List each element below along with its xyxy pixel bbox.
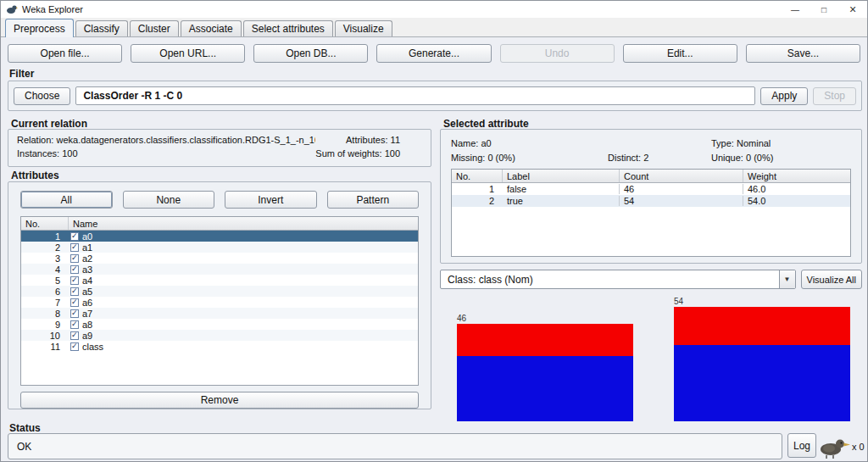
invert-button[interactable]: Invert bbox=[225, 191, 317, 209]
values-table-header: No. Label Count Weight bbox=[452, 170, 850, 183]
minimize-button[interactable]: — bbox=[781, 1, 810, 18]
attributes-table-header: No. Name bbox=[21, 217, 418, 231]
tab-cluster[interactable]: Cluster bbox=[130, 20, 179, 36]
stop-button[interactable]: Stop bbox=[813, 87, 856, 105]
value-row-false[interactable]: 1 false 46 46.0 bbox=[452, 183, 850, 195]
attribute-row-a5[interactable]: 6a5 bbox=[21, 286, 418, 297]
instances-label: Instances: bbox=[17, 148, 59, 159]
filter-config-field[interactable]: ClassOrder -R 1 -C 0 bbox=[75, 86, 755, 105]
tab-visualize[interactable]: Visualize bbox=[335, 20, 392, 36]
tab-classify[interactable]: Classify bbox=[75, 20, 128, 36]
class-distribution-chart: 46 54 bbox=[440, 292, 862, 421]
checkbox-checked-icon[interactable] bbox=[70, 331, 79, 340]
all-button[interactable]: All bbox=[20, 191, 113, 209]
chevron-down-icon[interactable]: ▼ bbox=[779, 270, 795, 288]
row-number: 5 bbox=[21, 276, 64, 286]
row-number: 9 bbox=[21, 320, 64, 330]
attribute-row-a1[interactable]: 2a1 bbox=[21, 242, 418, 253]
attributes-section-title: Attributes bbox=[11, 170, 59, 181]
row-name: a8 bbox=[79, 320, 92, 330]
column-header-name[interactable]: Name bbox=[69, 217, 418, 230]
value-row-label: true bbox=[503, 196, 620, 206]
checkbox-checked-icon[interactable] bbox=[70, 232, 79, 241]
column-header-no[interactable]: No. bbox=[21, 217, 69, 230]
pattern-button[interactable]: Pattern bbox=[327, 191, 420, 209]
weka-thread-counter: x 0 bbox=[852, 442, 865, 452]
class-selector-row: Class: class (Nom) ▼ Visualize All bbox=[440, 270, 862, 289]
remove-button[interactable]: Remove bbox=[20, 392, 419, 409]
column-header-label[interactable]: Label bbox=[503, 170, 620, 182]
open-file-button[interactable]: Open file... bbox=[8, 44, 122, 63]
column-header-count[interactable]: Count bbox=[620, 170, 743, 182]
attr-distinct-label: Distinct: bbox=[608, 153, 641, 163]
value-row-number: 1 bbox=[452, 184, 503, 194]
column-header-weight[interactable]: Weight bbox=[743, 170, 850, 182]
attribute-row-a3[interactable]: 4a3 bbox=[21, 264, 418, 275]
weka-explorer-window: Weka Explorer — □ × Preprocess Classify … bbox=[0, 0, 868, 462]
attributes-table[interactable]: No. Name 1a0 2a1 3a2 4a3 5a4 6a5 7a6 8a7… bbox=[20, 216, 419, 386]
bar-segment-red bbox=[457, 324, 633, 355]
generate-button[interactable]: Generate... bbox=[376, 44, 491, 63]
log-button[interactable]: Log bbox=[787, 433, 816, 458]
relation-stats: Attributes: 11 Sum of weights: 100 bbox=[315, 135, 422, 161]
attribute-row-class[interactable]: 11class bbox=[21, 341, 418, 352]
column-header-no[interactable]: No. bbox=[452, 170, 503, 182]
close-button[interactable]: × bbox=[838, 1, 867, 18]
row-name: a6 bbox=[79, 298, 92, 308]
apply-button[interactable]: Apply bbox=[760, 87, 808, 105]
checkbox-checked-icon[interactable] bbox=[70, 309, 79, 318]
attribute-values-table[interactable]: No. Label Count Weight 1 false 46 46.0 2… bbox=[451, 169, 851, 257]
tab-select-attributes[interactable]: Select attributes bbox=[243, 20, 333, 36]
none-button[interactable]: None bbox=[123, 191, 215, 209]
row-name: a5 bbox=[79, 287, 92, 297]
attribute-row-a6[interactable]: 7a6 bbox=[21, 297, 418, 308]
choose-button[interactable]: Choose bbox=[14, 87, 70, 105]
attribute-row-a4[interactable]: 5a4 bbox=[21, 275, 418, 286]
filter-panel: Choose ClassOrder -R 1 -C 0 Apply Stop bbox=[8, 81, 862, 111]
value-row-true[interactable]: 2 true 54 54.0 bbox=[452, 195, 850, 207]
selected-attribute-title: Selected attribute bbox=[443, 118, 529, 130]
attr-name-value: a0 bbox=[481, 138, 491, 148]
attr-type-value: Nominal bbox=[737, 138, 771, 148]
relation-value: weka.datagenerators.classifiers.classifi… bbox=[56, 135, 315, 145]
attribute-row-a7[interactable]: 8a7 bbox=[21, 308, 418, 319]
class-combobox[interactable]: Class: class (Nom) ▼ bbox=[440, 270, 796, 289]
tab-associate[interactable]: Associate bbox=[181, 20, 242, 36]
checkbox-checked-icon[interactable] bbox=[70, 298, 79, 307]
attribute-row-a0[interactable]: 1a0 bbox=[21, 231, 418, 242]
bar-segment-red bbox=[674, 307, 850, 345]
attribute-row-a2[interactable]: 3a2 bbox=[21, 253, 418, 264]
checkbox-checked-icon[interactable] bbox=[70, 320, 79, 329]
attribute-row-a9[interactable]: 10a9 bbox=[21, 330, 418, 341]
status-message-field: OK bbox=[8, 433, 782, 459]
row-name: a0 bbox=[79, 231, 92, 242]
row-number: 7 bbox=[21, 298, 64, 308]
checkbox-checked-icon[interactable] bbox=[70, 243, 79, 252]
checkbox-checked-icon[interactable] bbox=[70, 265, 79, 274]
attribute-row-a8[interactable]: 9a8 bbox=[21, 319, 418, 330]
class-combobox-value: Class: class (Nom) bbox=[448, 274, 533, 286]
undo-button[interactable]: Undo bbox=[500, 44, 615, 63]
visualize-all-button[interactable]: Visualize All bbox=[801, 270, 863, 289]
open-db-button[interactable]: Open DB... bbox=[253, 44, 368, 63]
attributes-count-label: Attributes: bbox=[346, 135, 388, 145]
relation-label: Relation: bbox=[17, 135, 53, 145]
tab-preprocess[interactable]: Preprocess bbox=[5, 19, 74, 37]
histogram-bar-true: 54 bbox=[674, 292, 850, 421]
status-section-title: Status bbox=[9, 422, 41, 434]
sum-of-weights-label: Sum of weights: bbox=[315, 148, 381, 159]
save-button[interactable]: Save... bbox=[746, 44, 860, 63]
open-url-button[interactable]: Open URL... bbox=[131, 44, 245, 63]
checkbox-checked-icon[interactable] bbox=[70, 276, 79, 285]
row-number: 1 bbox=[21, 231, 64, 242]
row-name: class bbox=[79, 342, 103, 352]
checkbox-checked-icon[interactable] bbox=[70, 342, 79, 351]
bar-count-label: 46 bbox=[457, 314, 633, 323]
bar-segment-blue bbox=[674, 345, 850, 421]
maximize-button[interactable]: □ bbox=[810, 1, 838, 18]
checkbox-checked-icon[interactable] bbox=[70, 287, 79, 296]
checkbox-checked-icon[interactable] bbox=[70, 254, 79, 263]
edit-button[interactable]: Edit... bbox=[623, 44, 737, 63]
row-name: a4 bbox=[79, 276, 92, 286]
row-number: 4 bbox=[21, 264, 64, 275]
